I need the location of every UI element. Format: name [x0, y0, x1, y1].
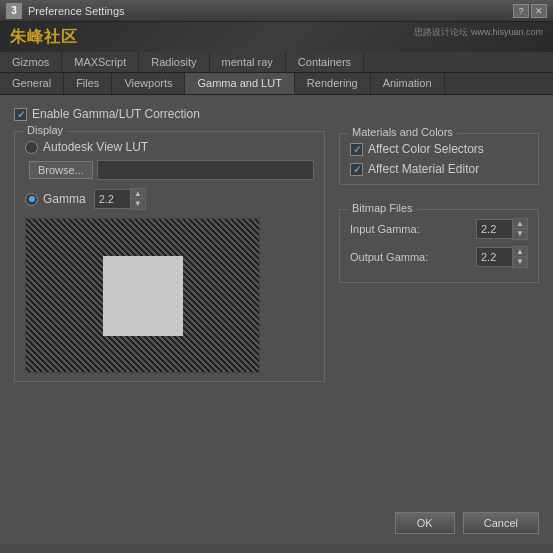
gamma-radio-row: Gamma ▲ ▼ — [25, 188, 314, 210]
input-gamma-label: Input Gamma: — [350, 223, 420, 235]
output-gamma-spinner: ▲ ▼ — [476, 246, 528, 268]
enable-gamma-row: Enable Gamma/LUT Correction — [14, 107, 539, 121]
affect-color-label: Affect Color Selectors — [368, 142, 484, 156]
affect-material-checkbox[interactable] — [350, 163, 363, 176]
affect-color-wrap[interactable]: Affect Color Selectors — [350, 142, 528, 156]
browse-input[interactable] — [97, 160, 314, 180]
title-bar: 3 Preference Settings ? ✕ — [0, 0, 553, 22]
tab-animation[interactable]: Animation — [371, 73, 445, 94]
ok-button[interactable]: OK — [395, 512, 455, 534]
output-gamma-arrows: ▲ ▼ — [512, 246, 528, 268]
display-group-title: Display — [23, 124, 67, 136]
gamma-down-arrow[interactable]: ▼ — [131, 199, 145, 209]
left-column: Display Autodesk View LUT Browse... Gamm… — [14, 131, 325, 392]
tab-gizmos[interactable]: Gizmos — [0, 52, 62, 72]
gamma-radio-wrap[interactable]: Gamma — [25, 192, 86, 206]
affect-color-checkbox[interactable] — [350, 143, 363, 156]
input-gamma-spinner: ▲ ▼ — [476, 218, 528, 240]
watermark-bar: 朱峰社区 思路设计论坛 www.hisyuan.com — [0, 22, 553, 52]
tab-viewports[interactable]: Viewports — [112, 73, 185, 94]
bottom-bar: OK Cancel — [395, 512, 539, 534]
input-gamma-up[interactable]: ▲ — [513, 219, 527, 229]
output-gamma-row: Output Gamma: ▲ ▼ — [350, 246, 528, 268]
gamma-up-arrow[interactable]: ▲ — [131, 189, 145, 199]
output-gamma-down[interactable]: ▼ — [513, 257, 527, 267]
title-controls: ? ✕ — [513, 4, 547, 18]
input-gamma-input[interactable] — [476, 219, 512, 239]
enable-gamma-checkbox[interactable] — [14, 108, 27, 121]
tab-general[interactable]: General — [0, 73, 64, 94]
autodesk-radio[interactable] — [25, 141, 38, 154]
output-gamma-label: Output Gamma: — [350, 251, 428, 263]
input-gamma-down[interactable]: ▼ — [513, 229, 527, 239]
columns: Display Autodesk View LUT Browse... Gamm… — [14, 131, 539, 392]
gamma-spinner: ▲ ▼ — [94, 188, 146, 210]
enable-gamma-checkbox-wrap[interactable]: Enable Gamma/LUT Correction — [14, 107, 200, 121]
gamma-spinner-arrows: ▲ ▼ — [130, 188, 146, 210]
help-button[interactable]: ? — [513, 4, 529, 18]
right-column: Materials and Colors Affect Color Select… — [339, 131, 539, 392]
watermark-sub: 思路设计论坛 www.hisyuan.com — [414, 26, 543, 39]
title-text: Preference Settings — [28, 5, 513, 17]
tab-files[interactable]: Files — [64, 73, 112, 94]
tab-rendering[interactable]: Rendering — [295, 73, 371, 94]
browse-row: Browse... — [25, 160, 314, 180]
gamma-value-input[interactable] — [94, 189, 130, 209]
affect-material-label: Affect Material Editor — [368, 162, 479, 176]
materials-group-title: Materials and Colors — [348, 126, 457, 138]
close-button[interactable]: ✕ — [531, 4, 547, 18]
output-gamma-up[interactable]: ▲ — [513, 247, 527, 257]
watermark-text: 朱峰社区 — [10, 27, 78, 48]
tab-row-1: Gizmos MAXScript Radiosity mental ray Co… — [0, 52, 553, 73]
gamma-preview — [25, 218, 260, 373]
input-gamma-row: Input Gamma: ▲ ▼ — [350, 218, 528, 240]
bitmap-group-title: Bitmap Files — [348, 202, 417, 214]
app-icon: 3 — [6, 3, 22, 19]
browse-button[interactable]: Browse... — [29, 161, 93, 179]
affect-material-wrap[interactable]: Affect Material Editor — [350, 162, 528, 176]
tab-gamma-lut[interactable]: Gamma and LUT — [185, 73, 294, 94]
tab-containers[interactable]: Containers — [286, 52, 364, 72]
main-content: Enable Gamma/LUT Correction Display Auto… — [0, 95, 553, 544]
autodesk-radio-wrap[interactable]: Autodesk View LUT — [25, 140, 314, 154]
cancel-button[interactable]: Cancel — [463, 512, 539, 534]
tab-radiosity[interactable]: Radiosity — [139, 52, 209, 72]
tab-mentalray[interactable]: mental ray — [210, 52, 286, 72]
bitmap-group: Bitmap Files Input Gamma: ▲ ▼ Output Gam… — [339, 209, 539, 283]
autodesk-label: Autodesk View LUT — [43, 140, 148, 154]
gamma-label: Gamma — [43, 192, 86, 206]
gamma-white-rect — [103, 256, 183, 336]
display-group: Display Autodesk View LUT Browse... Gamm… — [14, 131, 325, 382]
output-gamma-input[interactable] — [476, 247, 512, 267]
input-gamma-arrows: ▲ ▼ — [512, 218, 528, 240]
enable-gamma-label: Enable Gamma/LUT Correction — [32, 107, 200, 121]
tab-maxscript[interactable]: MAXScript — [62, 52, 139, 72]
materials-group: Materials and Colors Affect Color Select… — [339, 133, 539, 185]
gamma-radio[interactable] — [25, 193, 38, 206]
tab-row-2: General Files Viewports Gamma and LUT Re… — [0, 73, 553, 95]
